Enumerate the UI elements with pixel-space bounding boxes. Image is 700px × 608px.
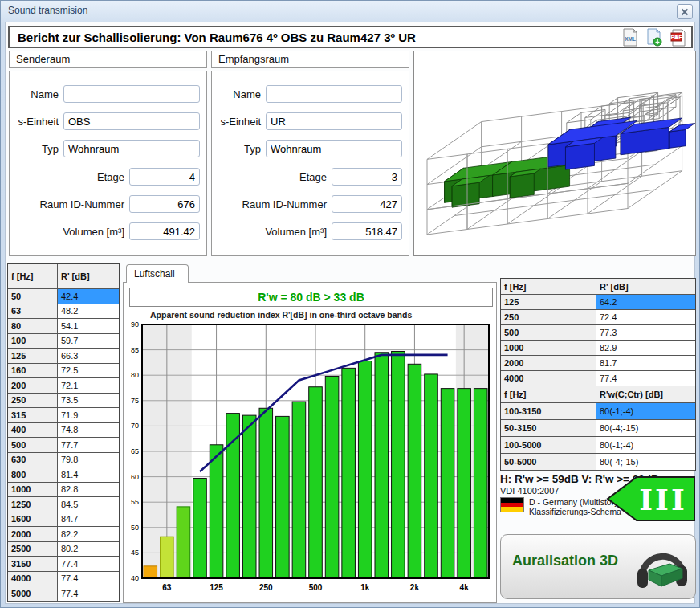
table-row[interactable]: 1250 84.5 [8, 497, 119, 512]
classification-section: H: R'w >= 59dB V: R'w >= 60dB VDI 4100:2… [500, 473, 696, 531]
table-row[interactable]: 400 74.8 [8, 423, 119, 439]
receiver-room-id-label: Raum ID-Nummer [217, 198, 332, 210]
table-row[interactable]: 2500 80.2 [8, 542, 119, 557]
xml-file-icon: XML [621, 28, 639, 47]
class-rating-arrow-icon: III [606, 475, 696, 522]
tab-luftschall[interactable]: Luftschall [126, 264, 189, 283]
table-row[interactable]: 500 77.3 [501, 325, 695, 341]
xml-export-button[interactable]: XML [621, 28, 639, 46]
close-button[interactable] [677, 4, 693, 19]
svg-text:2k: 2k [410, 583, 420, 592]
sender-room-group-title: Senderaum [9, 51, 207, 68]
table-row[interactable]: 125 66.3 [8, 349, 119, 364]
receiver-unit-field[interactable] [266, 112, 402, 130]
table-row[interactable]: 630 79.8 [8, 453, 119, 468]
report-header: Bericht zur Schallisolierung: Von Raum67… [8, 26, 693, 48]
receiver-room-id-field[interactable] [332, 195, 402, 213]
report-title: Bericht zur Schallisolierung: Von Raum67… [18, 31, 416, 44]
table-row[interactable]: 315 71.9 [8, 408, 119, 423]
table-row[interactable]: 100-5000 80(-1;-4) [501, 437, 695, 454]
close-icon [681, 8, 689, 16]
sender-type-field[interactable] [63, 140, 200, 157]
table-row[interactable]: 500 77.7 [8, 438, 119, 453]
table-row[interactable]: 250 73.5 [8, 394, 119, 409]
sound-reduction-chart: 4045505560657075808590631252505001k2k4k [126, 320, 494, 599]
table-row[interactable]: 4000 77.4 [501, 371, 695, 386]
value-column-header: R' [dB] [596, 279, 695, 295]
table-row[interactable]: 100 59.7 [8, 334, 119, 349]
sender-unit-field[interactable] [63, 112, 200, 130]
svg-text:XML: XML [625, 36, 636, 42]
table-row[interactable]: 1600 84.7 [8, 512, 119, 528]
receiver-volume-label: Volumen [m³] [217, 226, 332, 238]
class-label: III [639, 483, 687, 516]
octave-band-table: f [Hz] R' [dB] 125 64.2 250 72.4 500 77.… [500, 278, 696, 387]
headphones-3d-icon [633, 538, 690, 596]
table-row[interactable]: 50-3150 80(-4;-15) [501, 420, 695, 437]
receiver-floor-field[interactable] [332, 168, 402, 186]
svg-text:80: 80 [131, 371, 139, 379]
table-row[interactable]: 160 72.5 [8, 364, 119, 379]
sender-floor-field[interactable] [129, 168, 200, 186]
table-row[interactable]: 50 42.4 [8, 289, 119, 304]
sender-room-id-field[interactable] [129, 195, 200, 213]
table-row[interactable]: 1000 82.9 [501, 341, 695, 356]
table-row[interactable]: 800 81.4 [8, 467, 119, 483]
table-row[interactable]: 4000 77.4 [8, 572, 119, 587]
svg-text:90: 90 [131, 320, 139, 328]
sender-room-id-label: Raum ID-Nummer [14, 198, 129, 210]
svg-text:63: 63 [162, 583, 172, 592]
pdf-file-icon: PDF [669, 28, 687, 47]
svg-text:45: 45 [131, 549, 139, 557]
receiver-room-group-title: Empfangsraum [211, 51, 409, 68]
chart-title: Apparent sound reduction index R'[dB] in… [150, 310, 412, 320]
value-column-header: R' [dB] [58, 264, 119, 289]
svg-text:65: 65 [131, 447, 139, 455]
svg-text:125: 125 [210, 583, 223, 592]
receiver-type-label: Typ [217, 143, 266, 155]
freq-column-header: f [Hz] [501, 279, 596, 295]
svg-text:1k: 1k [360, 583, 370, 592]
pdf-export-button[interactable]: PDF [669, 28, 687, 46]
building-3d-viewer[interactable] [413, 51, 696, 256]
table-row[interactable]: 250 72.4 [501, 310, 695, 325]
svg-text:500: 500 [309, 583, 323, 592]
auralisation-3d-button[interactable]: Auralisation 3D [500, 534, 696, 599]
freq-range-column-header: f [Hz] [501, 386, 596, 403]
table-row[interactable]: 1000 82.8 [8, 483, 119, 498]
receiver-floor-label: Etage [217, 171, 332, 183]
sender-volume-label: Volumen [m³] [14, 226, 129, 238]
table-row[interactable]: 100-3150 80(-1;-4) [501, 403, 695, 420]
export-toolbar: XML PDF [621, 28, 687, 46]
table-row[interactable]: 3150 77.4 [8, 557, 119, 572]
freq-column-header: f [Hz] [8, 264, 58, 289]
rating-result: R'w = 80 dB > 33 dB [129, 288, 493, 307]
table-row[interactable]: 63 48.2 [8, 304, 119, 320]
third-octave-table: f [Hz] R' [dB] 50 42.4 63 48.2 80 54.1 1… [7, 263, 120, 602]
table-row[interactable]: 2000 82.2 [8, 527, 119, 542]
report-export-button[interactable] [645, 28, 663, 46]
receiver-volume-field[interactable] [332, 222, 402, 240]
table-row[interactable]: 50-5000 80(-4;-15) [501, 454, 695, 471]
svg-text:50: 50 [131, 524, 139, 532]
svg-text:70: 70 [131, 422, 139, 430]
sender-name-field[interactable] [63, 85, 200, 103]
receiver-type-field[interactable] [266, 140, 402, 157]
svg-text:85: 85 [131, 346, 139, 354]
svg-text:4k: 4k [460, 583, 470, 592]
receiver-unit-label: s-Einheit [217, 116, 266, 128]
table-row[interactable]: 125 64.2 [501, 295, 695, 310]
table-row[interactable]: 200 72.1 [8, 378, 119, 394]
table-row[interactable]: 2000 81.7 [501, 356, 695, 371]
titlebar: Sound transmision [1, 1, 699, 22]
receiver-name-field[interactable] [266, 85, 402, 103]
building-wireframe-scene [414, 51, 695, 255]
table-row[interactable]: 80 54.1 [8, 319, 119, 334]
sender-volume-field[interactable] [129, 222, 200, 240]
receiver-name-label: Name [217, 88, 266, 100]
sender-unit-label: s-Einheit [14, 116, 63, 128]
table-header: f [Hz] R'w(C;Ctr) [dB] [501, 386, 695, 403]
receiver-room-group: Name s-Einheit Typ Etage Raum ID-Nummer … [211, 71, 409, 256]
table-row[interactable]: 5000 77.4 [8, 586, 119, 602]
svg-text:PDF: PDF [670, 35, 682, 40]
